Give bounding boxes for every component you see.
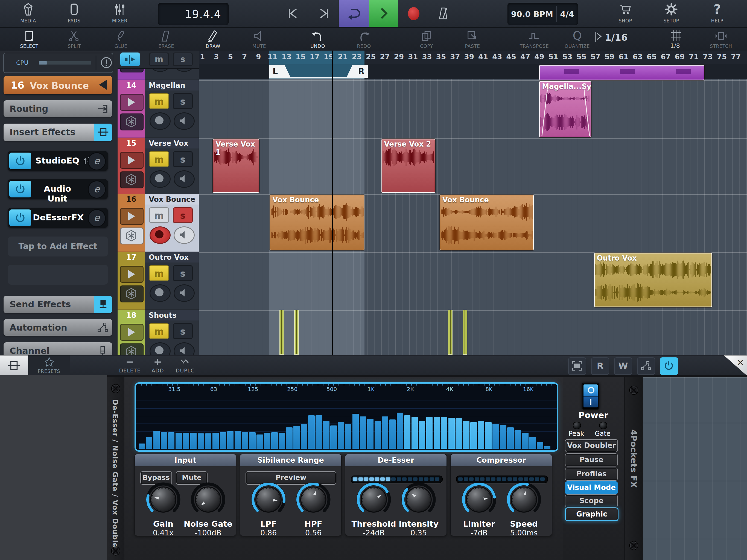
panel-read-button[interactable]: R	[591, 357, 609, 375]
track-mute-button[interactable]: m	[149, 265, 169, 281]
track-record-arm-button[interactable]	[150, 226, 171, 244]
track-solo-button[interactable]: s	[173, 323, 193, 339]
power-switch[interactable]	[582, 383, 599, 410]
plugin-button-graphic[interactable]: Graphic	[565, 508, 618, 521]
clip-vox-bounce[interactable]: Vox Bounce	[440, 195, 534, 250]
knob-hpf[interactable]	[294, 480, 333, 519]
knob-speed[interactable]	[505, 480, 543, 519]
clip-small[interactable]	[279, 310, 284, 355]
insert-effect-slot-studioeq[interactable]: StudioEQe	[8, 151, 108, 171]
track-row-17[interactable]: 17Outro Voxms	[118, 252, 199, 310]
tool-split-button[interactable]: SPLIT	[51, 29, 98, 50]
tool-transpose-button[interactable]: TRANSPOSE	[511, 29, 558, 50]
clip-small[interactable]	[294, 310, 299, 355]
track-play-button[interactable]	[120, 208, 144, 225]
close-panel-wedge[interactable]: ✕	[724, 355, 747, 376]
nav-setup-button[interactable]: SETUP	[649, 2, 693, 26]
clip-magella-synth[interactable]: Magella...Synth	[539, 81, 591, 137]
track-play-button[interactable]	[120, 324, 144, 341]
track-record-arm-button[interactable]	[150, 342, 171, 355]
track-play-button[interactable]	[120, 266, 144, 283]
panel-power-button[interactable]	[660, 357, 678, 375]
track-solo-button[interactable]: s	[173, 265, 193, 281]
plugin-button-pause[interactable]: Pause	[565, 453, 618, 466]
collapse-arrow-icon[interactable]	[99, 80, 107, 90]
tool-stretch-button[interactable]: STRETCH	[698, 29, 744, 50]
skip-back-button[interactable]	[287, 7, 300, 20]
nav-mixer-button[interactable]: MIXER	[98, 2, 141, 26]
track-play-button[interactable]	[120, 94, 144, 111]
auto-scroll-button[interactable]	[120, 52, 140, 66]
track-freeze-button[interactable]	[120, 172, 144, 188]
knob-limiter[interactable]	[460, 480, 498, 519]
global-solo-button[interactable]: s	[173, 52, 193, 66]
track-row-15[interactable]: 15Verse Voxms	[118, 138, 199, 196]
song-position-display[interactable]: 19.4.4	[158, 3, 229, 25]
arrange-grid[interactable]: Magella...SynthVerse Vox 1Verse Vox 2Vox…	[199, 79, 747, 355]
track-record-arm-button[interactable]	[150, 284, 171, 302]
panel-fit-button[interactable]	[568, 357, 586, 375]
grid-snap-button[interactable]	[669, 29, 681, 42]
panel-automation-button[interactable]	[637, 357, 655, 375]
play-button[interactable]	[369, 0, 398, 27]
plugin-button-profiles[interactable]: Profiles	[565, 467, 618, 481]
send-effects-section[interactable]: Send Effects	[4, 296, 112, 313]
clip-small[interactable]	[463, 310, 467, 355]
knob-noise-gate[interactable]	[189, 480, 227, 519]
tap-to-add-effect-button[interactable]: Tap to Add Effect	[8, 236, 108, 256]
metronome-button[interactable]	[436, 6, 450, 20]
tool-redo-button[interactable]: REDO	[341, 29, 387, 50]
tool-paste-button[interactable]: PASTE	[449, 29, 496, 50]
tool-erase-button[interactable]: ERASE	[143, 29, 189, 50]
effect-power-button[interactable]	[9, 209, 31, 226]
track-row-14[interactable]: 14Magellanms	[118, 80, 199, 138]
tab-presets[interactable]: PRESETS	[28, 355, 70, 376]
arrange-area[interactable]: 1357911131517192123252729313335373941434…	[199, 51, 747, 355]
record-button[interactable]	[408, 7, 419, 20]
track-monitor-button[interactable]	[174, 226, 195, 244]
track-monitor-button[interactable]	[174, 284, 195, 302]
skip-forward-button[interactable]	[317, 7, 330, 20]
panel-write-button[interactable]: W	[614, 357, 632, 375]
knob-lpf[interactable]	[249, 480, 288, 519]
quantize-value[interactable]: 1/16	[605, 32, 627, 43]
tool-mute-button[interactable]: MUTE	[236, 29, 282, 50]
insert-effect-slot-deesserfx[interactable]: DeEsserFXe	[8, 208, 108, 228]
knob-gain[interactable]	[144, 480, 182, 519]
plugin-button-vox-doubler[interactable]: Vox Doubler	[565, 439, 618, 452]
plugin-button-scope[interactable]: Scope	[565, 494, 618, 508]
track-row-18[interactable]: 18Shoutsms	[118, 310, 199, 355]
track-freeze-button[interactable]	[120, 285, 144, 302]
effect-edit-button[interactable]: e	[88, 209, 106, 227]
track-record-arm-button[interactable]	[150, 170, 171, 188]
track-freeze-button[interactable]	[120, 113, 144, 130]
effect-power-button[interactable]	[9, 153, 31, 169]
routing-section[interactable]: Routing	[4, 100, 112, 117]
tool-draw-button[interactable]: DRAW	[190, 29, 236, 50]
nav-pads-button[interactable]: PADS	[52, 2, 96, 26]
clip-midi[interactable]	[539, 65, 704, 80]
track-mute-button[interactable]: m	[149, 323, 169, 339]
playhead[interactable]	[332, 51, 333, 355]
knob-intensity[interactable]	[400, 480, 438, 519]
selected-track-header[interactable]: 16 Vox Bounce	[4, 76, 112, 94]
tool-select-button[interactable]: SELECT	[6, 29, 52, 50]
empty-effect-slot[interactable]	[8, 265, 108, 285]
clip-small[interactable]	[448, 310, 453, 355]
clip-vox-bounce[interactable]: Vox Bounce	[269, 195, 364, 250]
nav-shop-button[interactable]: SHOP	[603, 2, 647, 26]
automation-section[interactable]: Automation	[4, 319, 112, 336]
plugin-button-visual-mode[interactable]: Visual Mode	[565, 481, 618, 494]
nav-help-button[interactable]: ?HELP	[695, 2, 739, 26]
track-freeze-button[interactable]	[120, 343, 144, 355]
track-mute-button[interactable]: m	[149, 93, 169, 109]
track-monitor-button[interactable]	[174, 112, 195, 130]
insert-effect-slot-audio-unit[interactable]: Audio Unite	[8, 179, 108, 199]
track-mute-button[interactable]: m	[149, 207, 169, 223]
track-solo-button[interactable]: s	[173, 151, 193, 167]
grid-value[interactable]: 1/8	[668, 42, 682, 49]
clip-verse-vox-1[interactable]: Verse Vox 1	[213, 139, 259, 193]
tool-copy-button[interactable]: COPY	[403, 29, 450, 50]
global-mute-button[interactable]: m	[149, 52, 169, 66]
knob-threshold[interactable]	[355, 480, 393, 519]
